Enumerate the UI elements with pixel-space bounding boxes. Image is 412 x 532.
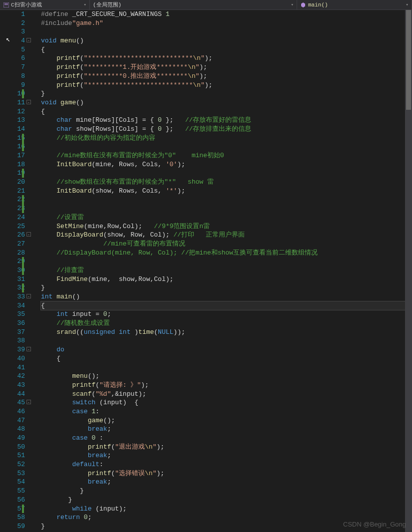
- code-line[interactable]: scanf("%d",&input);: [41, 390, 412, 399]
- code-line[interactable]: printf("选择错误\n");: [41, 469, 412, 478]
- line-number: 2: [0, 19, 25, 28]
- code-line[interactable]: }: [41, 496, 412, 505]
- line-number: 53: [0, 469, 25, 478]
- code-line[interactable]: //设置雷: [41, 213, 412, 222]
- code-line[interactable]: void menu(): [41, 36, 412, 45]
- code-line[interactable]: //初始化数组的内容为指定的内容: [41, 134, 412, 143]
- code-line[interactable]: case 1:: [41, 407, 412, 416]
- toolbar: C扫雷小游戏 ▾ (全局范围) ▾ main() ▾: [0, 0, 412, 10]
- change-marker: [22, 283, 24, 292]
- code-line[interactable]: int main(): [41, 292, 412, 301]
- code-line[interactable]: {: [41, 301, 412, 310]
- line-number: 7: [0, 63, 25, 72]
- code-line[interactable]: break;: [41, 478, 412, 487]
- code-line[interactable]: void game(): [41, 98, 412, 107]
- vertical-scrollbar[interactable]: [405, 10, 412, 532]
- code-line[interactable]: {: [41, 107, 412, 116]
- code-line[interactable]: printf("***************************\n");: [41, 81, 412, 90]
- code-editor[interactable]: 1234-567891011-1213141516171819202122232…: [0, 10, 412, 532]
- line-number: 31: [0, 275, 25, 284]
- code-line[interactable]: [41, 142, 412, 151]
- code-line[interactable]: #include"game.h": [41, 19, 412, 28]
- code-line[interactable]: [41, 204, 412, 213]
- code-line[interactable]: }: [41, 89, 412, 98]
- code-line[interactable]: int input = 0;: [41, 310, 412, 319]
- change-marker: [22, 204, 24, 213]
- code-line[interactable]: [41, 257, 412, 266]
- code-line[interactable]: //随机数生成设置: [41, 319, 412, 328]
- file-dropdown[interactable]: C扫雷小游戏 ▾: [0, 0, 90, 9]
- code-line[interactable]: menu();: [41, 372, 412, 381]
- code-line[interactable]: {: [41, 45, 412, 54]
- chevron-down-icon: ▾: [406, 2, 409, 7]
- code-line[interactable]: char show[Rows][Cols] = { 0 }; //存放排查出来的…: [41, 125, 412, 134]
- code-line[interactable]: //show数组在没有布置雷的时候全为"*" show 雷: [41, 178, 412, 187]
- code-line[interactable]: //排查雷: [41, 266, 412, 275]
- change-marker: [22, 134, 24, 143]
- line-number: 13: [0, 116, 25, 125]
- code-line[interactable]: {: [41, 354, 412, 363]
- code-line[interactable]: //mine数组在没有布置雷的时候全为"0" mine初始0: [41, 151, 412, 160]
- code-line[interactable]: [41, 363, 412, 372]
- code-line[interactable]: break;: [41, 451, 412, 460]
- line-number: 22: [0, 195, 25, 204]
- line-number: 24: [0, 213, 25, 222]
- code-line[interactable]: //DisplayBoard(mine, Row, Col); //把mine和…: [41, 249, 412, 258]
- file-icon: [3, 2, 9, 7]
- fold-toggle[interactable]: -: [26, 100, 31, 104]
- code-line[interactable]: printf("退出游戏\n");: [41, 443, 412, 452]
- code-line[interactable]: while (input);: [41, 505, 412, 514]
- line-number: 27: [0, 240, 25, 249]
- scrollbar-thumb[interactable]: [406, 10, 411, 110]
- code-line[interactable]: DisplayBoard(show, Row, Col); //打印 正常用户界…: [41, 231, 412, 240]
- fold-toggle[interactable]: -: [26, 400, 31, 404]
- code-line[interactable]: [41, 27, 412, 36]
- code-line[interactable]: switch (input) {: [41, 398, 412, 407]
- code-line[interactable]: printf("***************************\n");: [41, 54, 412, 63]
- code-area[interactable]: #define _CRT_SECURE_NO_WARNINGS 1#includ…: [34, 10, 412, 532]
- fold-toggle[interactable]: -: [26, 347, 31, 351]
- change-marker: [22, 266, 24, 275]
- line-number: 20: [0, 178, 25, 187]
- line-number: 59: [0, 522, 25, 531]
- line-number: 44: [0, 390, 25, 399]
- code-line[interactable]: printf("请选择: 》");: [41, 381, 412, 390]
- code-line[interactable]: [41, 195, 412, 204]
- code-line[interactable]: do: [41, 345, 412, 354]
- code-line[interactable]: #define _CRT_SECURE_NO_WARNINGS 1: [41, 10, 412, 19]
- line-number: 23: [0, 204, 25, 213]
- line-number: 34: [0, 301, 25, 310]
- file-label: C扫雷小游戏: [11, 1, 42, 8]
- fold-toggle[interactable]: -: [26, 38, 31, 42]
- code-line[interactable]: [41, 336, 412, 345]
- code-line[interactable]: InitBoard(mine, Rows, Cols, '0');: [41, 160, 412, 169]
- code-line[interactable]: InitBoard(show, Rows, Cols, '*');: [41, 187, 412, 196]
- code-line[interactable]: char mine[Rows][Cols] = { 0 }; //存放布置好的雷…: [41, 116, 412, 125]
- code-line[interactable]: break;: [41, 425, 412, 434]
- code-line[interactable]: default:: [41, 460, 412, 469]
- line-number: 4-: [0, 36, 25, 45]
- line-number: 19: [0, 169, 25, 178]
- fold-toggle[interactable]: -: [26, 232, 31, 237]
- function-dropdown[interactable]: main() ▾: [297, 0, 412, 9]
- code-line[interactable]: SetMine(mine,Row,Col); //9*9范围设置n雷: [41, 222, 412, 231]
- change-marker: [22, 142, 24, 151]
- chevron-down-icon: ▾: [291, 2, 294, 7]
- code-line[interactable]: }: [41, 487, 412, 496]
- code-line[interactable]: [41, 169, 412, 178]
- code-line[interactable]: printf("*********0.推出游戏********\n");: [41, 72, 412, 81]
- fold-toggle[interactable]: -: [26, 294, 31, 298]
- code-line[interactable]: srand((unsigned int )time(NULL));: [41, 328, 412, 337]
- code-line[interactable]: }: [41, 283, 412, 292]
- code-line[interactable]: case 0 :: [41, 434, 412, 443]
- code-line[interactable]: game();: [41, 416, 412, 425]
- line-number: 55: [0, 487, 25, 496]
- line-number: 18: [0, 160, 25, 169]
- change-marker: [22, 169, 24, 178]
- line-number: 11-: [0, 98, 25, 107]
- line-number: 36: [0, 319, 25, 328]
- code-line[interactable]: printf("*********1.开始游戏********\n");: [41, 63, 412, 72]
- code-line[interactable]: FindMine(mine, show,Row,Col);: [41, 275, 412, 284]
- code-line[interactable]: //mine可查看雷的布置情况: [41, 240, 412, 249]
- scope-dropdown[interactable]: (全局范围) ▾: [90, 0, 297, 9]
